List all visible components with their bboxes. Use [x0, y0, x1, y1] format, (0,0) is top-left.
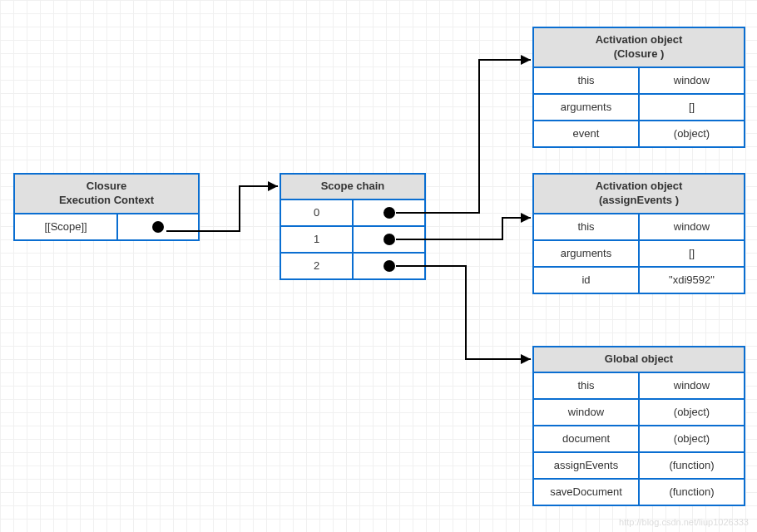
activation-closure-title-line1: Activation object	[596, 33, 683, 46]
closure-context-header: Closure Execution Context	[15, 175, 198, 214]
scope-chain-pointer	[354, 227, 424, 252]
prop-key: event	[534, 121, 640, 146]
scope-chain-index: 2	[281, 254, 354, 278]
scope-chain-header: Scope chain	[281, 175, 424, 200]
prop-key: id	[534, 268, 640, 293]
global-object-box: Global object this window window (object…	[532, 346, 745, 506]
activation-assign-box: Activation object (assignEvents ) this w…	[532, 173, 745, 294]
prop-value: (object)	[640, 426, 744, 451]
prop-key: arguments	[534, 241, 640, 266]
prop-key: document	[534, 426, 640, 451]
prop-value: (object)	[640, 121, 744, 146]
table-row: id "xdi9592"	[534, 268, 744, 293]
scope-chain-row: 2	[281, 254, 424, 278]
watermark-text: http://blog.csdn.net/liup1026333	[619, 517, 749, 527]
table-row: window (object)	[534, 400, 744, 426]
prop-value: (object)	[640, 400, 744, 425]
scope-chain-index: 0	[281, 200, 354, 225]
activation-assign-title-line1: Activation object	[596, 180, 683, 192]
table-row: arguments []	[534, 241, 744, 268]
dot-icon	[383, 260, 395, 272]
activation-assign-title-line2: (assignEvents )	[599, 194, 679, 206]
closure-context-title-line1: Closure	[87, 180, 126, 192]
table-row: this window	[534, 373, 744, 400]
prop-value: (function)	[640, 480, 744, 505]
prop-value: (function)	[640, 453, 744, 478]
table-row: saveDocument (function)	[534, 480, 744, 505]
prop-value: window	[640, 214, 744, 239]
prop-key: arguments	[534, 95, 640, 120]
dot-icon	[152, 221, 164, 233]
activation-closure-title-line2: (Closure )	[614, 47, 665, 60]
prop-key: window	[534, 400, 640, 425]
prop-value: window	[640, 68, 744, 93]
activation-assign-header: Activation object (assignEvents )	[534, 175, 744, 214]
prop-value: []	[640, 95, 744, 120]
table-row: this window	[534, 68, 744, 95]
prop-key: assignEvents	[534, 453, 640, 478]
activation-closure-header: Activation object (Closure )	[534, 28, 744, 68]
prop-value: window	[640, 373, 744, 398]
scope-chain-box: Scope chain 0 1 2	[280, 173, 426, 280]
closure-scope-pointer	[118, 214, 198, 239]
prop-value: []	[640, 241, 744, 266]
table-row: arguments []	[534, 95, 744, 121]
scope-chain-row: 0	[281, 200, 424, 227]
prop-value: "xdi9592"	[640, 268, 744, 293]
scope-chain-index: 1	[281, 227, 354, 252]
table-row: this window	[534, 214, 744, 241]
closure-scope-label: [[Scope]]	[15, 214, 118, 239]
activation-closure-box: Activation object (Closure ) this window…	[532, 27, 745, 148]
prop-key: saveDocument	[534, 480, 640, 505]
global-object-header: Global object	[534, 347, 744, 373]
closure-context-box: Closure Execution Context [[Scope]]	[13, 173, 200, 241]
closure-context-row: [[Scope]]	[15, 214, 198, 239]
table-row: assignEvents (function)	[534, 453, 744, 480]
table-row: document (object)	[534, 426, 744, 453]
prop-key: this	[534, 373, 640, 398]
table-row: event (object)	[534, 121, 744, 146]
scope-chain-pointer	[354, 200, 424, 225]
scope-chain-pointer	[354, 254, 424, 278]
closure-context-title-line2: Execution Context	[59, 194, 154, 206]
scope-chain-row: 1	[281, 227, 424, 254]
prop-key: this	[534, 68, 640, 93]
dot-icon	[383, 234, 395, 245]
dot-icon	[383, 207, 395, 219]
prop-key: this	[534, 214, 640, 239]
